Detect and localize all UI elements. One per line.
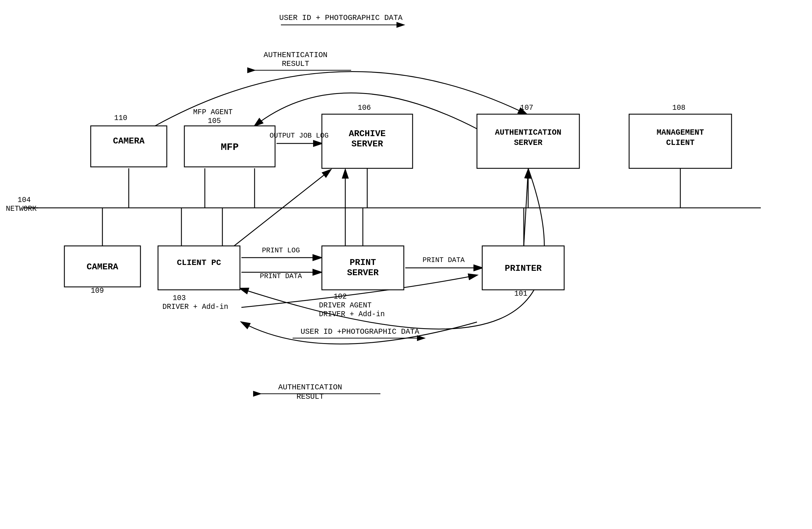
svg-text:SERVER: SERVER: [347, 268, 379, 278]
svg-text:AUTHENTICATION: AUTHENTICATION: [264, 51, 328, 59]
svg-text:CLIENT PC: CLIENT PC: [177, 258, 221, 267]
svg-text:USER ID +PHOTOGRAPHIC DATA: USER ID +PHOTOGRAPHIC DATA: [301, 327, 419, 336]
svg-text:108: 108: [672, 104, 685, 112]
svg-text:103: 103: [173, 294, 186, 302]
svg-text:107: 107: [520, 104, 533, 112]
svg-text:105: 105: [208, 117, 221, 125]
svg-text:SERVER: SERVER: [351, 139, 383, 149]
svg-text:NETWORK: NETWORK: [6, 205, 37, 213]
svg-text:102: 102: [334, 292, 347, 301]
svg-text:PRINT LOG: PRINT LOG: [262, 246, 300, 254]
svg-text:SERVER: SERVER: [514, 139, 542, 147]
svg-text:106: 106: [358, 104, 371, 112]
svg-text:PRINT: PRINT: [350, 258, 376, 268]
svg-text:OUTPUT JOB LOG: OUTPUT JOB LOG: [270, 132, 329, 140]
svg-text:109: 109: [91, 287, 104, 295]
svg-text:MANAGEMENT: MANAGEMENT: [657, 128, 704, 137]
svg-text:RESULT: RESULT: [282, 59, 309, 68]
svg-text:CLIENT: CLIENT: [666, 139, 694, 147]
svg-text:USER ID + PHOTOGRAPHIC DATA: USER ID + PHOTOGRAPHIC DATA: [279, 13, 403, 22]
svg-rect-38: [158, 246, 240, 290]
diagram-svg: CAMERA MFP ARCHIVE SERVER AUTHENTICATION…: [0, 0, 812, 529]
diagram-container: CAMERA MFP ARCHIVE SERVER AUTHENTICATION…: [0, 0, 812, 529]
svg-text:PRINT DATA: PRINT DATA: [260, 272, 302, 280]
svg-text:101: 101: [514, 289, 527, 298]
svg-text:AUTHENTICATION: AUTHENTICATION: [495, 128, 562, 137]
svg-text:PRINTER: PRINTER: [505, 263, 542, 273]
svg-text:ARCHIVE: ARCHIVE: [349, 129, 386, 139]
svg-text:CAMERA: CAMERA: [87, 262, 118, 272]
svg-text:DRIVER + Add-in: DRIVER + Add-in: [162, 303, 228, 311]
svg-text:MFP AGENT: MFP AGENT: [193, 108, 233, 116]
svg-rect-23: [91, 126, 167, 167]
svg-text:DRIVER AGENT: DRIVER AGENT: [319, 301, 372, 310]
svg-text:PRINT DATA: PRINT DATA: [422, 256, 465, 264]
svg-text:CAMERA: CAMERA: [113, 136, 145, 146]
svg-text:DRIVER + Add-in: DRIVER + Add-in: [319, 310, 385, 318]
svg-text:110: 110: [114, 114, 127, 123]
svg-text:AUTHENTICATION: AUTHENTICATION: [278, 383, 342, 392]
svg-text:104: 104: [17, 196, 31, 204]
svg-text:MFP: MFP: [221, 142, 238, 153]
